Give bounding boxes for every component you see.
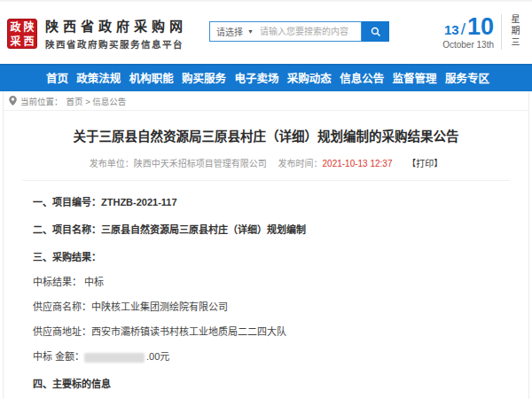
supplier-address-row: 供应商地址：西安市灞桥镇读书村核工业地质局二二四大队 (33, 324, 499, 338)
award-amount-label: 中标 金额： (33, 351, 84, 362)
breadcrumb: 当前位置： 首页 > 信息公告 (4, 91, 528, 111)
award-result-row: 中标结果： 中标 (33, 274, 499, 288)
article-meta: 发布单位：陕西中天禾招标项目管理有限公司 发布时间：2021-10-13 12:… (33, 156, 499, 169)
award-result-value: 中标 (84, 277, 104, 287)
section-project-name: 二、项目名称：三原县自然资源局三原县村庄（详细）规划编制 (33, 222, 499, 236)
search-category-select[interactable]: 请选择 ▼ (210, 25, 260, 38)
logo-char: 陕 (22, 20, 35, 35)
logo-char: 西 (22, 35, 35, 49)
article-title: 关于三原县自然资源局三原县村庄（详细）规划编制的采购结果公告 (33, 126, 499, 145)
nav-item-supervision[interactable]: 监督管理 (393, 69, 437, 86)
brand-text: 陕西省政府采购网 陕西省政府购买服务信息平台 (45, 16, 187, 51)
main-container: 当前位置： 首页 > 信息公告 关于三原县自然资源局三原县村庄（详细）规划编制的… (3, 91, 529, 399)
date-english: October 13th (442, 40, 494, 50)
section-main-subject-info: 四、主要标的信息 (33, 376, 499, 390)
date-separator: / (461, 20, 466, 39)
award-amount-suffix: .00元 (146, 351, 169, 362)
publish-time-value: 2021-10-13 12:37 (323, 159, 393, 168)
section-project-number: 一、项目编号：ZTHZB-2021-117 (33, 194, 499, 208)
date-day: 13 (444, 22, 459, 37)
redacted-amount (84, 353, 145, 363)
logo-char: 采 (9, 35, 22, 49)
print-button[interactable]: 【打印】 (407, 159, 442, 168)
section-procurement-result: 三、采购结果： (33, 249, 499, 263)
project-name-label: 二、项目名称： (33, 224, 101, 235)
search-select-label: 请选择 (216, 25, 243, 38)
nav-item-purchase-services[interactable]: 购买服务 (182, 69, 226, 86)
publish-time-label: 发布时间： (270, 159, 323, 168)
site-name: 陕西省政府采购网 (45, 16, 187, 35)
site-subtitle: 陕西省政府购买服务信息平台 (45, 37, 187, 51)
date-month: 10 (467, 15, 494, 38)
search-icon (371, 27, 381, 37)
location-pin-icon (9, 96, 17, 106)
publisher-value: 陕西中天禾招标项目管理有限公司 (134, 159, 267, 168)
breadcrumb-label: 当前位置： (20, 95, 63, 107)
project-number-value: ZTHZB-2021-117 (101, 197, 177, 207)
search-box: 请选择 ▼ (209, 21, 362, 42)
award-amount-row: 中标 金额：.00元 (33, 348, 499, 363)
brand: 政 陕 采 西 陕西省政府采购网 陕西省政府购买服务信息平台 (7, 16, 187, 51)
supplier-name-value: 中陕核工业集团测绘院有限公司 (91, 301, 228, 312)
search-button[interactable] (362, 21, 389, 42)
supplier-address-label: 供应商地址： (33, 326, 91, 337)
nav-item-functions[interactable]: 机构职能 (129, 69, 174, 86)
publisher-label: 发布单位： (90, 159, 134, 168)
date-weekday: 星期三 (501, 14, 521, 50)
page-header: 政 陕 采 西 陕西省政府采购网 陕西省政府购买服务信息平台 请选择 ▼ 13 (0, 0, 532, 64)
search-input[interactable] (260, 27, 361, 36)
site-logo: 政 陕 采 西 (7, 19, 37, 49)
nav-item-announcements[interactable]: 信息公告 (340, 69, 384, 86)
award-result-label: 中标结果： (33, 277, 84, 287)
project-number-label: 一、项目编号： (33, 197, 101, 207)
date-widget: 13 / 10 October 13th 星期三 (442, 14, 521, 50)
article: 关于三原县自然资源局三原县村庄（详细）规划编制的采购结果公告 发布单位：陕西中天… (4, 126, 528, 399)
nav-item-e-marketplace[interactable]: 电子卖场 (234, 69, 278, 86)
supplier-address-value: 西安市灞桥镇读书村核工业地质局二二四大队 (91, 326, 286, 337)
supplier-name-label: 供应商名称： (33, 301, 91, 312)
nav-item-policies[interactable]: 政策法规 (76, 69, 121, 86)
logo-char: 政 (9, 20, 22, 35)
nav-item-home[interactable]: 首页 (46, 69, 68, 86)
meta-divider (22, 180, 510, 181)
main-nav: 首页 政策法规 机构职能 购买服务 电子卖场 采购动态 信息公告 监督管理 服务… (0, 64, 532, 91)
breadcrumb-path[interactable]: 首页 > 信息公告 (66, 95, 127, 107)
chevron-down-icon: ▼ (247, 28, 254, 35)
date-numbers: 13 / 10 October 13th (442, 15, 494, 50)
nav-item-service-zone[interactable]: 服务专区 (445, 69, 489, 86)
supplier-name-row: 供应商名称：中陕核工业集团测绘院有限公司 (33, 299, 499, 313)
project-name-value: 三原县自然资源局三原县村庄（详细）规划编制 (101, 224, 306, 235)
search-bar: 请选择 ▼ (209, 21, 389, 42)
nav-item-procurement-news[interactable]: 采购动态 (287, 69, 332, 86)
